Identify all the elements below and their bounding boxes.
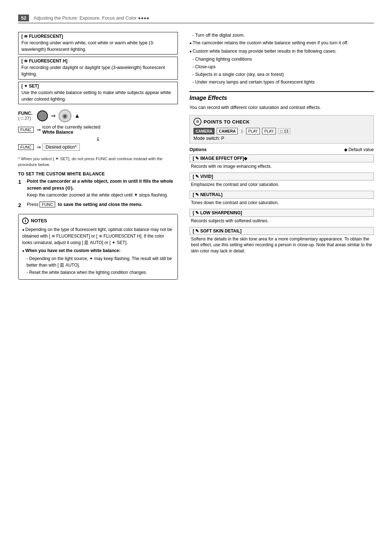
notes-title: i NOTES xyxy=(22,217,174,224)
page-ref: □ 13 xyxy=(278,128,290,134)
func-btn-inline: FUNC xyxy=(40,202,55,207)
fluorescent-h-text: For recording under daylight or daylight… xyxy=(21,64,175,77)
main-content: [ ≋ FLUORESCENT] For recording under war… xyxy=(18,32,374,280)
up-arrow: ▲ xyxy=(74,113,80,119)
camera-badge-1: CAMERA xyxy=(193,128,215,134)
fluorescent-text: For recording under warm white, cool whi… xyxy=(21,40,175,53)
better-note: Custom white balance may provide better … xyxy=(189,48,374,55)
step-1: 1 Point the camcorder at a white object,… xyxy=(18,178,178,198)
right-top-notes: Turn off the digital zoom. The camcorder… xyxy=(189,32,374,85)
func-sub: ( □ 27) xyxy=(18,116,33,121)
note-item-2: When you have set the custom white balan… xyxy=(22,247,174,254)
arrow-1: ⇒ xyxy=(37,127,41,133)
set-text: Use the custom white balance setting to … xyxy=(21,89,175,102)
option-low-sharpening: [ ✎ LOW SHARPENING] xyxy=(189,209,374,217)
notes-icon: i xyxy=(22,218,29,224)
func-footnote: * When you select [ ✦ SET], do not press… xyxy=(18,156,178,168)
func-down-arrow: ⇓ xyxy=(18,136,178,142)
case-2: Close-ups xyxy=(189,64,374,70)
func-label: FUNC. xyxy=(18,110,33,116)
set-title: [ ✦ SET] xyxy=(21,84,175,89)
fluorescent-h-title: [ ≋ FLUORESCENT H] xyxy=(21,58,175,64)
step-2: 2 Press FUNC to save the setting and clo… xyxy=(18,201,178,210)
arrow-2: ⇒ xyxy=(37,144,41,150)
note-dash-2: Reset the white balance when the lightin… xyxy=(22,269,174,276)
option-neutral: [ ✎ NEUTRAL] xyxy=(189,191,374,199)
option-soft-skin-desc: Softens the details in the skin tone are… xyxy=(189,236,374,254)
set-box: [ ✦ SET] Use the custom white balance se… xyxy=(18,82,178,104)
image-effects-title: Image Effects xyxy=(189,95,374,101)
icon-label: Icon of the currently selected White Bal… xyxy=(42,125,101,135)
points-to-check-title: ⊙ POINTS TO CHECK xyxy=(193,118,370,126)
mode-switch: Mode switch: P xyxy=(193,136,370,141)
func-btn-2: FUNC xyxy=(18,144,34,150)
func-circle-btn xyxy=(37,110,48,121)
option-soft-skin: [ ✎ SOFT SKIN DETAIL] xyxy=(189,227,374,235)
camera-mode-row: CAMERA CAMERA | PLAY PLAY □ 13 xyxy=(193,128,370,134)
page-header: 52 Adjusting the Picture: Exposure, Focu… xyxy=(18,15,374,23)
note-dash-1: Depending on the light source, ✦ may kee… xyxy=(22,255,174,268)
play-badge-2: PLAY xyxy=(262,128,276,134)
page-number: 52 xyxy=(18,15,29,21)
option-vivid-desc: Emphasizes the contrast and color satura… xyxy=(189,182,374,188)
func-row-1: FUNC ⇒ Icon of the currently selected Wh… xyxy=(18,125,178,135)
options-header: Options ◆ Default value xyxy=(189,147,374,152)
left-column: [ ≋ FLUORESCENT] For recording under war… xyxy=(18,32,178,280)
func-row-2: FUNC ⇒ Desired option* xyxy=(18,143,178,151)
case-4: Under mercury lamps and certain types of… xyxy=(189,79,374,86)
section-divider xyxy=(189,91,374,92)
notes-box: i NOTES Depending on the type of fluores… xyxy=(18,214,178,280)
image-effects-desc: You can record with different color satu… xyxy=(189,104,374,111)
options-label: Options xyxy=(189,147,207,152)
default-value-label: ◆ Default value xyxy=(344,147,374,152)
func-btn-1: FUNC xyxy=(18,127,34,133)
points-check-icon: ⊙ xyxy=(193,118,201,126)
fluorescent-title: [ ≋ FLUORESCENT] xyxy=(21,34,175,39)
desired-option: Desired option* xyxy=(42,143,80,151)
option-low-sharpening-desc: Records subjects with softened outlines. xyxy=(189,218,374,224)
fluorescent-h-box: [ ≋ FLUORESCENT H] For recording under d… xyxy=(18,57,178,79)
fluorescent-box: [ ≋ FLUORESCENT] For recording under war… xyxy=(18,32,178,54)
option-vivid: [ ✎ VIVID] xyxy=(189,173,374,181)
custom-wb-heading: TO SET THE CUSTOM WHITE BALANCE xyxy=(18,171,178,177)
points-to-check-box: ⊙ POINTS TO CHECK CAMERA CAMERA | PLAY P… xyxy=(189,115,374,143)
case-3: Subjects in a single color (sky, sea or … xyxy=(189,71,374,78)
func-diagram: FUNC. ( □ 27) ⇒ ▲ FUNC ⇒ Icon of the cur… xyxy=(18,109,178,151)
steps-list: 1 Point the camcorder at a white object,… xyxy=(18,178,178,210)
turn-off-zoom: Turn off the digital zoom. xyxy=(189,32,374,39)
nav-circle xyxy=(58,109,72,122)
page-title: Adjusting the Picture: Exposure, Focus a… xyxy=(33,15,149,21)
option-image-effect-off-desc: Records with no image enhancing effects. xyxy=(189,163,374,170)
option-image-effect-off: [ ✎ IMAGE EFFECT OFF]◆ xyxy=(189,154,374,162)
right-arrow: ⇒ xyxy=(51,112,56,119)
right-column: Turn off the digital zoom. The camcorder… xyxy=(189,32,374,280)
mode-separator: | xyxy=(241,129,242,133)
case-1: Changing lighting conditions xyxy=(189,56,374,63)
play-badge-1: PLAY xyxy=(246,128,260,134)
note-item-1: Depending on the type of fluorescent lig… xyxy=(22,226,174,246)
retain-note: The camcorder retains the custom white b… xyxy=(189,40,374,46)
camera-badge-2: CAMERA xyxy=(217,128,238,134)
option-neutral-desc: Tones down the contrast and color satura… xyxy=(189,200,374,206)
